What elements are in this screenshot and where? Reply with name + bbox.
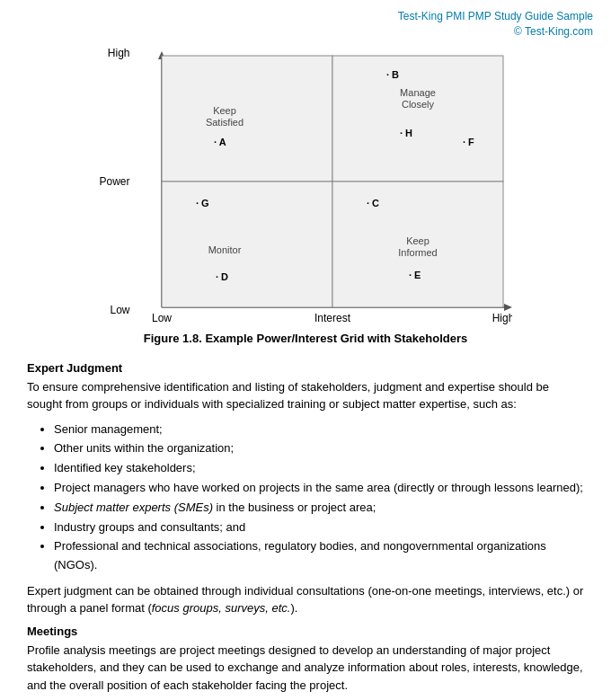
svg-text:Keep: Keep: [406, 235, 429, 246]
meetings-title: Meetings: [27, 625, 584, 638]
svg-rect-8: [332, 56, 503, 182]
svg-text:Manage: Manage: [400, 87, 436, 98]
chart-container: High Power Low Keep Satisfied · A: [18, 47, 593, 356]
svg-text:· F: · F: [463, 137, 474, 147]
y-axis-power-label: Power: [99, 175, 129, 188]
svg-text:Keep: Keep: [213, 105, 236, 116]
svg-text:Closely: Closely: [401, 99, 434, 110]
meetings-section: Meetings Profile analysis meetings are p…: [27, 625, 584, 695]
svg-marker-3: [504, 304, 512, 311]
bullet-2: Other units within the organization;: [54, 439, 584, 458]
svg-rect-4: [162, 56, 332, 182]
svg-text:Satisfied: Satisfied: [205, 117, 243, 128]
meetings-text: Profile analysis meetings are project me…: [27, 642, 584, 695]
expert-judgment-closing: Expert judgment can be obtained through …: [27, 582, 584, 617]
figure-caption: Figure 1.8. Example Power/Interest Grid …: [144, 332, 468, 345]
y-axis-high: High: [108, 47, 130, 59]
svg-text:· E: · E: [409, 270, 421, 280]
svg-rect-14: [162, 182, 332, 307]
svg-text:· H: · H: [400, 128, 412, 138]
bullet-7: Professional and technical associations,…: [54, 537, 584, 575]
svg-text:· D: · D: [216, 271, 228, 282]
bullet-5: Subject matter experts (SMEs) in the bus…: [54, 499, 584, 518]
svg-text:High: High: [491, 312, 511, 324]
svg-text:Low: Low: [151, 312, 171, 324]
watermark-line1: Test-King PMI PMP Study Guide Sample: [18, 9, 593, 24]
main-content: Expert Judgment To ensure comprehensive …: [18, 361, 593, 695]
bullet-6: Industry groups and consultants; and: [54, 518, 584, 537]
bullet-1: Senior management;: [54, 421, 584, 439]
watermark-line2: © Test-King.com: [18, 24, 593, 40]
chart-svg: Keep Satisfied · A Manage Closely · B · …: [135, 47, 512, 325]
y-axis-low: Low: [110, 304, 129, 316]
watermark: Test-King PMI PMP Study Guide Sample © T…: [18, 9, 593, 40]
svg-text:· G: · G: [196, 198, 209, 208]
chart-area: High Power Low Keep Satisfied · A: [99, 47, 511, 328]
bullet-3: Identified key stakeholders;: [54, 459, 584, 478]
svg-text:· C: · C: [367, 198, 379, 208]
expert-judgment-title: Expert Judgment: [27, 361, 584, 375]
svg-text:· B: · B: [386, 69, 399, 80]
svg-text:Informed: Informed: [398, 247, 437, 258]
expert-judgment-section: Expert Judgment To ensure comprehensive …: [27, 361, 584, 617]
svg-text:Interest: Interest: [314, 312, 350, 324]
bullet-4: Project managers who have worked on proj…: [54, 479, 584, 498]
svg-text:Monitor: Monitor: [208, 244, 241, 255]
expert-judgment-intro: To ensure comprehensive identification a…: [27, 378, 584, 413]
chart-svg-wrapper: Keep Satisfied · A Manage Closely · B · …: [135, 47, 512, 328]
svg-text:· A: · A: [214, 137, 226, 147]
expert-judgment-bullets: Senior management; Other units within th…: [54, 421, 584, 575]
